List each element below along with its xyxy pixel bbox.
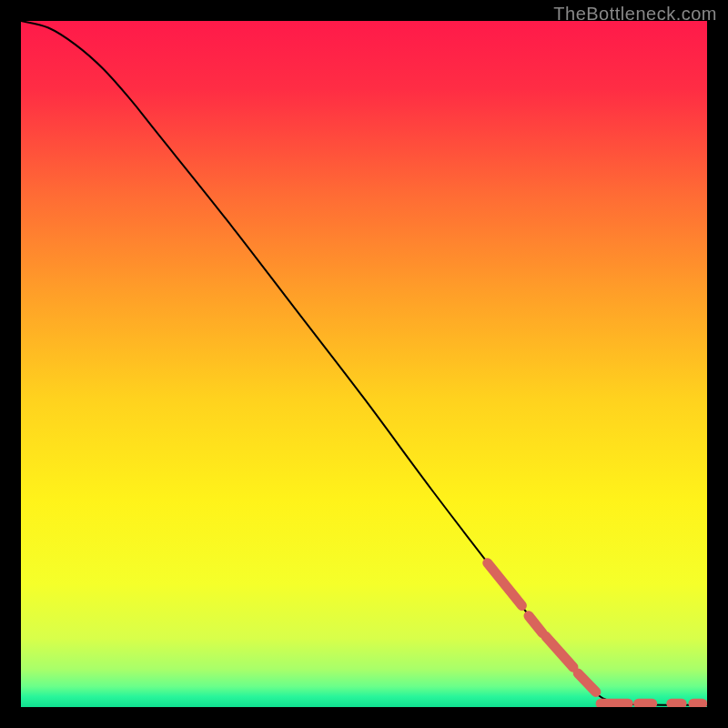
chart-container: TheBottleneck.com	[0, 0, 728, 728]
plot-area	[21, 21, 707, 707]
gradient-background	[21, 21, 707, 707]
attribution-text: TheBottleneck.com	[553, 4, 717, 25]
chart-svg	[21, 21, 707, 707]
